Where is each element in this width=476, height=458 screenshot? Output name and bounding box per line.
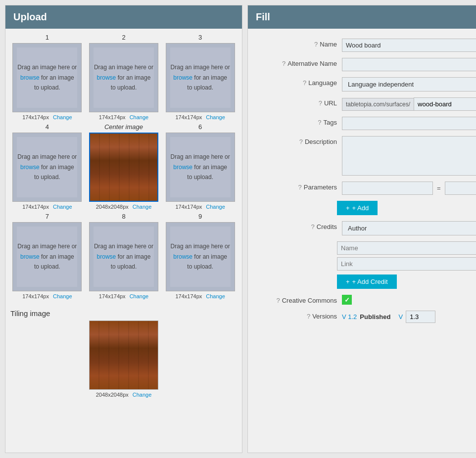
change-link-1[interactable]: Change: [53, 114, 72, 120]
tiling-image-box[interactable]: [89, 321, 158, 390]
credits-link-input[interactable]: [337, 257, 476, 271]
add-credit-label: + Add Credit: [352, 278, 388, 285]
upload-cell-9: 9 Drag an image here or browse for an im…: [163, 213, 237, 299]
tags-input[interactable]: [342, 117, 476, 130]
upload-cell-2: 2 Drag an image here or browse for an im…: [87, 34, 161, 120]
language-label: Language: [308, 79, 337, 87]
url-help-icon[interactable]: ?: [319, 99, 322, 107]
description-textarea[interactable]: [342, 136, 476, 176]
browse-link-3[interactable]: browse: [173, 74, 192, 81]
image-box-7[interactable]: Drag an image here or browse for an imag…: [12, 222, 82, 291]
parameters-help-icon[interactable]: ?: [298, 183, 302, 191]
alt-name-label: Alternative Name: [287, 60, 337, 67]
credits-help-icon[interactable]: ?: [311, 223, 315, 230]
drag-text-4: Drag an image here or: [17, 153, 77, 160]
upload-cell-center: Center image 2048x2048px Change: [87, 123, 161, 210]
credits-name-input[interactable]: [337, 241, 476, 255]
add-button-label: + Add: [352, 204, 369, 212]
image-box-6[interactable]: Drag an image here or browse for an imag…: [166, 133, 235, 202]
add-parameter-button[interactable]: + + Add: [337, 201, 378, 215]
browse-link-7[interactable]: browse: [20, 253, 40, 260]
change-link-2[interactable]: Change: [130, 114, 149, 120]
browse-link-2[interactable]: browse: [97, 74, 116, 81]
image-box-3[interactable]: Drag an image here or browse for an imag…: [166, 43, 235, 112]
cell-label-6: 6: [198, 123, 202, 131]
description-help-icon[interactable]: ?: [299, 138, 303, 145]
params-value-input[interactable]: [445, 182, 476, 195]
language-select[interactable]: Language independent English German Fren…: [342, 77, 476, 92]
alt-name-input[interactable]: [342, 58, 476, 71]
cell-label-center: Center image: [104, 123, 143, 131]
description-label: Description: [305, 138, 337, 145]
url-suffix-input[interactable]: [414, 97, 476, 111]
fill-title: Fill: [256, 11, 270, 22]
tiling-title: Tiling image: [10, 309, 237, 318]
language-label-group: ? Language: [258, 77, 337, 87]
change-link-6[interactable]: Change: [206, 204, 225, 210]
change-link-8[interactable]: Change: [130, 293, 149, 299]
upload-cell-3: 3 Drag an image here or browse for an im…: [163, 34, 237, 120]
language-row: ? Language Language independent English …: [258, 77, 476, 92]
alt-name-help-icon[interactable]: ?: [282, 60, 286, 67]
image-box-9[interactable]: Drag an image here or browse for an imag…: [166, 222, 235, 291]
version-published-item: V 1.2 Published: [342, 313, 390, 321]
cell-info-2: 174x174px Change: [99, 114, 148, 120]
upload-cell-6: 6 Drag an image here or browse for an im…: [163, 123, 237, 210]
version-input[interactable]: [406, 311, 435, 323]
version-link[interactable]: V 1.2: [342, 313, 357, 321]
browse-link-8[interactable]: browse: [97, 253, 116, 260]
browse-link-6[interactable]: browse: [173, 164, 192, 171]
creative-commons-row: ? Creative Commons: [258, 295, 476, 305]
versions-help-icon[interactable]: ?: [307, 313, 310, 320]
browse-link-1[interactable]: browse: [20, 74, 40, 81]
upload-text-1: for an image to upload.: [34, 74, 74, 91]
cell-size-1: 174x174px: [22, 114, 49, 120]
url-prefix: tabletopia.com/surfaces/: [342, 98, 414, 111]
cell-size-8: 174x174px: [99, 293, 126, 299]
tiling-change-link[interactable]: Change: [133, 392, 152, 398]
add-credit-button[interactable]: + + Add Credit: [337, 275, 397, 289]
cell-size-3: 174x174px: [175, 114, 202, 120]
cell-info-6: 174x174px Change: [175, 204, 225, 210]
upload-panel: Upload 1 Drag an image here or browse fo…: [5, 5, 242, 453]
name-input[interactable]: [342, 39, 476, 52]
cell-info-4: 174x174px Change: [22, 204, 72, 210]
cell-label-7: 7: [46, 213, 49, 220]
upload-cell-7: 7 Drag an image here or browse for an im…: [10, 213, 84, 299]
browse-link-9[interactable]: browse: [173, 253, 192, 260]
image-box-2[interactable]: Drag an image here or browse for an imag…: [89, 43, 158, 112]
upload-header: Upload: [5, 5, 242, 29]
change-link-center[interactable]: Change: [133, 204, 152, 210]
creative-commons-checkbox[interactable]: [342, 295, 352, 305]
credits-select[interactable]: Author Artist Other: [342, 221, 476, 235]
alt-name-row: ? Alternative Name: [258, 58, 476, 71]
language-help-icon[interactable]: ?: [303, 79, 306, 87]
cell-label-9: 9: [198, 213, 202, 220]
change-link-4[interactable]: Change: [53, 204, 72, 210]
tiling-size: 2048x2048px: [96, 392, 129, 398]
cell-size-4: 174x174px: [22, 204, 49, 210]
image-box-center[interactable]: [89, 133, 158, 202]
cell-size-9: 174x174px: [175, 293, 202, 299]
params-key-input[interactable]: [342, 182, 433, 195]
cell-size-center: 2048x2048px: [96, 204, 129, 210]
cell-label-3: 3: [198, 34, 202, 41]
version-new-item: V: [398, 311, 435, 323]
tags-label: Tags: [324, 119, 337, 126]
creative-commons-help-icon[interactable]: ?: [277, 297, 280, 304]
browse-link-4[interactable]: browse: [20, 164, 40, 171]
change-link-3[interactable]: Change: [206, 114, 225, 120]
image-box-4[interactable]: Drag an image here or browse for an imag…: [12, 133, 82, 202]
image-box-1[interactable]: Drag an image here or browse for an imag…: [12, 43, 82, 112]
url-label-group: ? URL: [258, 97, 337, 107]
tags-help-icon[interactable]: ?: [318, 119, 321, 126]
url-label: URL: [324, 99, 337, 107]
name-help-icon[interactable]: ?: [314, 41, 318, 48]
image-box-8[interactable]: Drag an image here or browse for an imag…: [89, 222, 158, 291]
change-link-7[interactable]: Change: [53, 293, 72, 299]
change-link-9[interactable]: Change: [206, 293, 225, 299]
tiling-cell-info: 2048x2048px Change: [96, 392, 152, 398]
fill-form: ? Name ? Alternative Name ? Language Lan…: [248, 34, 476, 334]
cell-label-4: 4: [46, 123, 49, 131]
upload-text-4: for an image to upload.: [34, 164, 74, 181]
